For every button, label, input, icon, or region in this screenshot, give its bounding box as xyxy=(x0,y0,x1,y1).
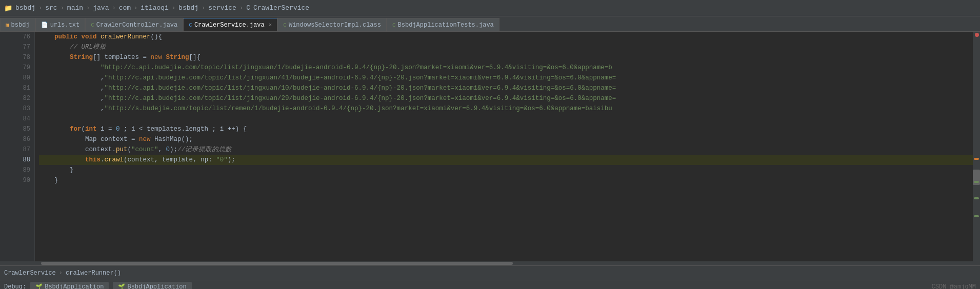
linenum-88: 88 xyxy=(10,155,34,165)
tab-urls[interactable]: 📄 urls.txt xyxy=(35,18,86,31)
linenum-76: 76 xyxy=(10,32,34,42)
linenum-81: 81 xyxy=(10,83,34,93)
code-line-83: ,"http://s.budejie.com/topic/list/remen/… xyxy=(39,104,973,114)
linenum-83: 83 xyxy=(10,104,34,114)
java-icon-2: C xyxy=(189,22,192,28)
java-icon-3: C xyxy=(392,22,396,28)
tab-crawlercontroller[interactable]: C CrawlerController.java xyxy=(85,18,183,31)
code-line-86: Map context = new HashMap(); xyxy=(39,134,973,144)
horizontal-scrollbar[interactable] xyxy=(0,261,980,265)
scroll-marker-2 xyxy=(974,181,979,183)
scroll-marker-4 xyxy=(974,215,979,217)
tab-close-button[interactable]: × xyxy=(269,22,272,28)
title-crawlerservice: CrawlerService xyxy=(253,4,309,12)
tab-crawlerservice[interactable]: C CrawlerService.java × xyxy=(183,18,277,31)
scroll-marker-3 xyxy=(974,197,979,199)
title-sep7: › xyxy=(202,5,205,12)
debug-tab-2-label: BsbdjApplication xyxy=(127,283,186,290)
margin-87 xyxy=(0,144,10,155)
code-line-77: // URL模板 xyxy=(39,42,973,52)
margin-82 xyxy=(0,93,10,104)
title-bar: 📁 bsbdj › src › main › java › com › itla… xyxy=(0,0,980,16)
linenum-86: 86 xyxy=(10,134,34,144)
right-scrollbar[interactable] xyxy=(973,32,980,261)
breadcrumb-arrow: › xyxy=(59,270,63,277)
horizontal-scroll-thumb[interactable] xyxy=(41,262,513,265)
debug-label: Debug: xyxy=(4,283,26,290)
title-java: java xyxy=(93,4,109,12)
code-line-76: public void cralwerRunner(){ xyxy=(39,32,973,42)
tab-bsbdjtests-label: BsbdjApplicationTests.java xyxy=(398,22,494,29)
title-class-icon: C xyxy=(246,4,250,12)
title-folder-icon: 📁 xyxy=(4,4,12,12)
debug-tab-1[interactable]: 🌱 BsbdjApplication xyxy=(30,282,109,290)
code-line-90: } xyxy=(39,175,973,185)
tab-bsbdj-label: bsbdj xyxy=(11,22,30,29)
tab-crawlerservice-label: CrawlerService.java xyxy=(194,22,265,29)
linenum-82: 82 xyxy=(10,93,34,104)
code-line-78: String[] templates = new String[]{ xyxy=(39,52,973,63)
status-bar: CrawlerService › cralwerRunner() xyxy=(0,265,980,280)
txt-icon: 📄 xyxy=(41,22,48,28)
margin-90 xyxy=(0,175,10,185)
margin-77 xyxy=(0,42,10,52)
title-sep6: › xyxy=(172,5,175,12)
debug-bar: Debug: 🌱 BsbdjApplication 🌱 BsbdjApplica… xyxy=(0,280,980,289)
margin-76 xyxy=(0,32,10,42)
title-bsbdj2: bsbdj xyxy=(178,4,198,12)
class-icon-1: C xyxy=(283,22,287,28)
breadcrumb-class: CrawlerService xyxy=(4,270,56,277)
left-margin xyxy=(0,32,10,261)
title-sep4: › xyxy=(112,5,115,12)
spring-icon-2: 🌱 xyxy=(118,283,125,289)
margin-78 xyxy=(0,52,10,63)
code-editor-content[interactable]: public void cralwerRunner(){ // URL模板 St… xyxy=(35,32,973,261)
tab-bsbdj[interactable]: m bsbdj xyxy=(0,18,35,31)
spring-icon-1: 🌱 xyxy=(35,283,43,289)
line-number-gutter: 76 77 78 79 80 81 82 83 84 85 86 87 88 8… xyxy=(10,32,35,261)
code-line-79: "http://c.api.budejie.com/topic/list/jin… xyxy=(39,63,973,73)
breadcrumb-method: cralwerRunner() xyxy=(66,270,121,277)
code-line-85: for(int i = 0 ; i < templates.length ; i… xyxy=(39,124,973,134)
linenum-77: 77 xyxy=(10,42,34,52)
editor: 76 77 78 79 80 81 82 83 84 85 86 87 88 8… xyxy=(0,32,980,261)
margin-86 xyxy=(0,134,10,144)
code-line-81: ,"http://c.api.budejie.com/topic/list/ji… xyxy=(39,83,973,93)
code-line-84 xyxy=(39,114,973,124)
margin-81 xyxy=(0,83,10,93)
margin-80 xyxy=(0,73,10,83)
code-line-80: ,"http://c.api.budejie.com/topic/list/ji… xyxy=(39,73,973,83)
tab-windowsselector-label: WindowsSelectorImpl.class xyxy=(289,22,381,29)
title-sep1: › xyxy=(38,5,42,12)
tab-crawlercontroller-label: CrawlerController.java xyxy=(96,22,177,29)
scroll-marker-1 xyxy=(974,158,979,160)
code-line-82: ,"http://c.api.budejie.com/topic/list/ji… xyxy=(39,93,973,104)
title-sep8: › xyxy=(239,5,243,12)
title-itlaoqi: itlaoqi xyxy=(141,4,169,12)
debug-tab-2[interactable]: 🌱 BsbdjApplication xyxy=(113,282,191,290)
tab-bar: m bsbdj 📄 urls.txt C CrawlerController.j… xyxy=(0,16,980,32)
code-line-88: this.crawl(context, template, np: "0"); xyxy=(39,155,973,165)
title-src: src xyxy=(45,4,57,12)
linenum-85: 85 xyxy=(10,124,34,134)
margin-88 xyxy=(0,155,10,165)
margin-79 xyxy=(0,63,10,73)
code-line-87: context.put("count", 0);//记录抓取的总数 xyxy=(39,144,973,155)
linenum-79: 79 xyxy=(10,63,34,73)
linenum-84: 84 xyxy=(10,114,34,124)
java-icon-1: C xyxy=(91,22,94,28)
title-sep3: › xyxy=(86,5,90,12)
tab-windowsselector[interactable]: C WindowsSelectorImpl.class xyxy=(277,18,387,31)
csdn-watermark: CSDN @amjgMM xyxy=(932,283,976,290)
title-sep2: › xyxy=(61,5,64,12)
title-main: main xyxy=(67,4,83,12)
margin-85 xyxy=(0,124,10,134)
margin-84 xyxy=(0,114,10,124)
title-bsbdj: bsbdj xyxy=(15,4,35,12)
linenum-90: 90 xyxy=(10,175,34,185)
linenum-80: 80 xyxy=(10,73,34,83)
error-indicator xyxy=(975,33,979,37)
tab-bsbdjtests[interactable]: C BsbdjApplicationTests.java xyxy=(387,18,499,31)
debug-tab-1-label: BsbdjApplication xyxy=(45,283,104,290)
margin-89 xyxy=(0,165,10,175)
